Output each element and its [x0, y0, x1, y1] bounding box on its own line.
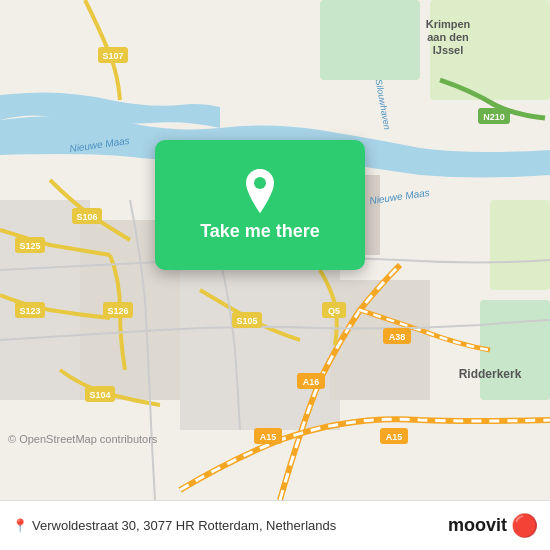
svg-rect-4: [490, 200, 550, 290]
svg-rect-1: [320, 0, 420, 80]
osm-credit: © OpenStreetMap contributors: [8, 433, 157, 445]
svg-text:N210: N210: [483, 112, 505, 122]
svg-text:IJssel: IJssel: [433, 44, 464, 56]
svg-text:S105: S105: [236, 316, 257, 326]
svg-text:A15: A15: [386, 432, 403, 442]
svg-text:S106: S106: [76, 212, 97, 222]
moovit-logo: moovit 🔴: [448, 513, 538, 539]
address-text: 📍 Verwoldestraat 30, 3077 HR Rotterdam, …: [12, 518, 336, 533]
svg-rect-3: [480, 300, 550, 400]
address-label: Verwoldestraat 30, 3077 HR Rotterdam, Ne…: [32, 518, 336, 533]
svg-text:A15: A15: [260, 432, 277, 442]
svg-rect-8: [330, 280, 430, 400]
svg-text:Ridderkerk: Ridderkerk: [459, 367, 522, 381]
svg-text:S123: S123: [19, 306, 40, 316]
svg-point-44: [254, 177, 266, 189]
svg-text:S125: S125: [19, 241, 40, 251]
moovit-logo-text: moovit: [448, 515, 507, 536]
svg-text:S104: S104: [89, 390, 110, 400]
svg-rect-7: [180, 250, 340, 430]
svg-text:Q5: Q5: [328, 306, 340, 316]
svg-text:A16: A16: [303, 377, 320, 387]
moovit-logo-icon: 🔴: [511, 513, 538, 539]
take-me-there-label: Take me there: [200, 221, 320, 242]
map-container: S107 S106 S125 S123 S126 S104 S105 Q5 A3…: [0, 0, 550, 500]
svg-text:S107: S107: [102, 51, 123, 61]
svg-text:A38: A38: [389, 332, 406, 342]
svg-text:aan den: aan den: [427, 31, 469, 43]
address-pin-emoji: 📍: [12, 518, 28, 533]
svg-text:S126: S126: [107, 306, 128, 316]
location-pin-icon: [242, 169, 278, 213]
svg-text:Krimpen: Krimpen: [426, 18, 471, 30]
bottom-bar: 📍 Verwoldestraat 30, 3077 HR Rotterdam, …: [0, 500, 550, 550]
take-me-there-button[interactable]: Take me there: [155, 140, 365, 270]
